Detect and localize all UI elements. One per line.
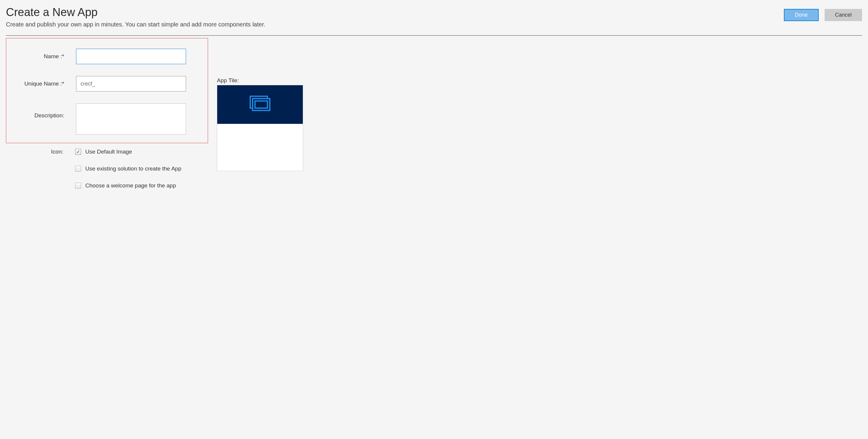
use-default-image-label: Use Default Image: [85, 149, 132, 155]
cancel-button[interactable]: Cancel: [825, 9, 862, 21]
app-tile-preview: [217, 85, 303, 171]
header-text-block: Create a New App Create and publish your…: [6, 6, 784, 28]
existing-solution-row: Use existing solution to create the App: [16, 165, 208, 172]
use-existing-solution-checkbox[interactable]: [75, 166, 81, 172]
page-subtitle: Create and publish your own app in minut…: [6, 21, 784, 28]
required-fields-box: Name :* Unique Name :* Description:: [6, 38, 208, 143]
use-default-image-checkbox[interactable]: ✓: [75, 149, 81, 155]
unique-name-label: Unique Name :*: [17, 81, 76, 87]
unique-name-input[interactable]: [76, 76, 186, 92]
welcome-page-row: Choose a welcome page for the app: [16, 182, 208, 189]
app-tile-section: App Tile:: [217, 77, 303, 199]
name-input[interactable]: [76, 49, 186, 64]
name-label: Name :*: [17, 53, 76, 60]
page-title: Create a New App: [6, 6, 784, 19]
app-tile-icon: [248, 95, 272, 114]
use-default-image-option: ✓ Use Default Image: [75, 149, 132, 155]
name-row: Name :*: [17, 49, 197, 64]
description-row: Description:: [17, 103, 197, 134]
dialog-header: Create a New App Create and publish your…: [6, 6, 862, 36]
header-button-group: Done Cancel: [784, 9, 862, 21]
app-tile-label: App Tile:: [217, 77, 303, 84]
content-area: Name :* Unique Name :* Description: Icon…: [6, 36, 862, 199]
description-label: Description:: [17, 103, 76, 119]
unique-name-row: Unique Name :*: [17, 76, 197, 92]
choose-welcome-label: Choose a welcome page for the app: [85, 182, 176, 189]
form-column: Name :* Unique Name :* Description: Icon…: [6, 36, 208, 199]
options-section: Icon: ✓ Use Default Image Use existing s…: [6, 149, 208, 199]
done-button[interactable]: Done: [784, 9, 819, 21]
use-existing-solution-label: Use existing solution to create the App: [85, 165, 181, 172]
description-input[interactable]: [76, 103, 186, 134]
icon-label: Icon:: [16, 149, 75, 155]
use-existing-solution-option: Use existing solution to create the App: [75, 165, 181, 172]
app-tile-header: [217, 85, 303, 124]
choose-welcome-option: Choose a welcome page for the app: [75, 182, 176, 189]
icon-row: Icon: ✓ Use Default Image: [16, 149, 208, 155]
choose-welcome-checkbox[interactable]: [75, 183, 81, 189]
